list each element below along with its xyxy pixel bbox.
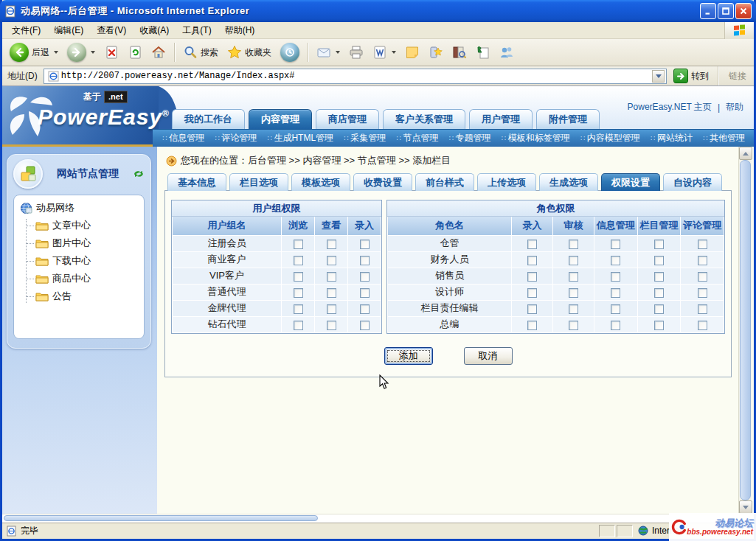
tab-custom-content[interactable]: 自设内容 (663, 173, 722, 191)
back-button[interactable]: 后退 (7, 41, 61, 63)
checkbox[interactable] (569, 240, 578, 249)
checkbox[interactable] (327, 240, 336, 249)
subnav-info-management[interactable]: 信息管理 (157, 132, 209, 144)
subnav-collection-management[interactable]: 采集管理 (339, 132, 391, 144)
checkbox[interactable] (327, 321, 336, 330)
search-button[interactable]: 搜索 (180, 43, 221, 61)
checkbox[interactable] (611, 321, 620, 330)
menu-edit[interactable]: 编辑(E) (47, 22, 90, 39)
tab-permission-settings[interactable]: 权限设置 (601, 173, 660, 191)
minimize-button[interactable] (700, 3, 716, 19)
checkbox[interactable] (294, 240, 303, 249)
checkbox[interactable] (698, 321, 707, 330)
subnav-site-stats[interactable]: 网站统计 (645, 132, 698, 144)
tab-generate-options[interactable]: 生成选项 (539, 173, 598, 191)
checkbox[interactable] (654, 304, 664, 314)
tab-my-workspace[interactable]: 我的工作台 (172, 109, 245, 129)
stop-button[interactable] (101, 43, 122, 61)
subnav-other-management[interactable]: 其他管理 (698, 132, 750, 144)
menu-file[interactable]: 文件(F) (5, 22, 47, 39)
scroll-up-button[interactable] (739, 147, 752, 160)
checkbox[interactable] (611, 288, 620, 298)
menu-tools[interactable]: 工具(T) (176, 22, 218, 39)
checkbox[interactable] (698, 240, 707, 249)
tab-user-management[interactable]: 用户管理 (469, 109, 533, 129)
subnav-topic-management[interactable]: 专题管理 (443, 132, 496, 144)
home-button[interactable] (148, 43, 169, 61)
checkbox[interactable] (527, 256, 537, 265)
checkbox[interactable] (654, 240, 664, 249)
tab-upload-options[interactable]: 上传选项 (477, 173, 536, 191)
subnav-html-generation[interactable]: 生成HTML管理 (262, 132, 339, 144)
scrollbar-thumb[interactable] (4, 515, 318, 521)
checkbox[interactable] (611, 304, 620, 314)
scrollbar-thumb[interactable] (740, 160, 751, 500)
checkbox[interactable] (527, 321, 537, 330)
horizontal-scrollbar[interactable] (2, 514, 754, 522)
checkbox[interactable] (294, 321, 303, 330)
tree-item-product-center[interactable]: 商品中心 (27, 272, 139, 285)
forward-button[interactable] (64, 41, 98, 63)
add-button[interactable]: 添加 (384, 347, 433, 365)
tab-column-options[interactable]: 栏目选项 (229, 173, 288, 191)
checkbox[interactable] (527, 240, 537, 249)
links-label[interactable]: 链接 (724, 70, 751, 83)
checkbox[interactable] (698, 304, 707, 314)
checkbox[interactable] (327, 272, 336, 282)
checkbox[interactable] (294, 256, 303, 265)
tab-crm[interactable]: 客户关系管理 (383, 109, 465, 129)
forward-dropdown-icon[interactable] (91, 51, 95, 54)
checkbox[interactable] (569, 321, 578, 330)
tab-attachment-management[interactable]: 附件管理 (536, 109, 600, 129)
checkbox[interactable] (698, 272, 707, 282)
close-button[interactable] (735, 3, 752, 19)
address-dropdown-button[interactable] (652, 70, 665, 83)
history-button[interactable] (277, 41, 302, 63)
checkbox[interactable] (698, 288, 707, 298)
subnav-template-tag-management[interactable]: 模板和标签管理 (496, 132, 575, 144)
checkbox[interactable] (569, 288, 578, 298)
checkbox[interactable] (294, 304, 303, 314)
checkbox[interactable] (611, 256, 620, 265)
menu-help[interactable]: 帮助(H) (218, 22, 262, 39)
tree-item-image-center[interactable]: 图片中心 (27, 237, 139, 250)
tab-content-management[interactable]: 内容管理 (249, 109, 312, 129)
maximize-button[interactable] (718, 3, 734, 19)
checkbox[interactable] (654, 288, 664, 298)
mail-button[interactable] (313, 43, 343, 61)
subnav-node-management[interactable]: 节点管理 (391, 132, 443, 144)
tab-shop-management[interactable]: 商店管理 (316, 109, 379, 129)
checkbox[interactable] (611, 272, 620, 282)
checkbox[interactable] (654, 321, 664, 330)
checkbox[interactable] (327, 256, 336, 265)
checkbox[interactable] (527, 304, 537, 314)
tree-item-download-center[interactable]: 下载中心 (27, 254, 139, 268)
checkbox[interactable] (360, 272, 370, 282)
checkbox[interactable] (569, 304, 578, 314)
tab-fee-settings[interactable]: 收费设置 (353, 173, 412, 191)
checkbox[interactable] (611, 240, 620, 249)
checkbox[interactable] (294, 272, 303, 282)
refresh-tree-icon[interactable] (133, 169, 145, 179)
checkbox[interactable] (569, 272, 578, 282)
checkbox[interactable] (360, 304, 370, 314)
checkbox[interactable] (360, 321, 370, 330)
subnav-content-model-management[interactable]: 内容模型管理 (575, 132, 645, 144)
tree-root-node[interactable]: 动易网络 (20, 201, 139, 214)
tab-front-style[interactable]: 前台样式 (415, 173, 474, 191)
menu-favorites[interactable]: 收藏(A) (133, 22, 176, 39)
back-dropdown-icon[interactable] (54, 51, 58, 54)
tree-item-article-center[interactable]: 文章中心 (27, 219, 139, 232)
menu-view[interactable]: 查看(V) (90, 22, 133, 39)
checkbox[interactable] (360, 288, 370, 298)
refresh-button[interactable] (125, 43, 145, 61)
edit-dropdown-icon[interactable] (392, 51, 396, 54)
address-input[interactable]: http://2007.powereasy.net/Manage/Index.a… (44, 69, 667, 84)
research-button[interactable] (449, 43, 470, 61)
checkbox[interactable] (527, 288, 537, 298)
checkbox[interactable] (360, 256, 370, 265)
tree-item-announcements[interactable]: 公告 (27, 290, 139, 303)
checkbox[interactable] (294, 288, 303, 298)
favorites-button[interactable]: 收藏夹 (224, 43, 274, 61)
related-links-button[interactable] (426, 43, 446, 61)
